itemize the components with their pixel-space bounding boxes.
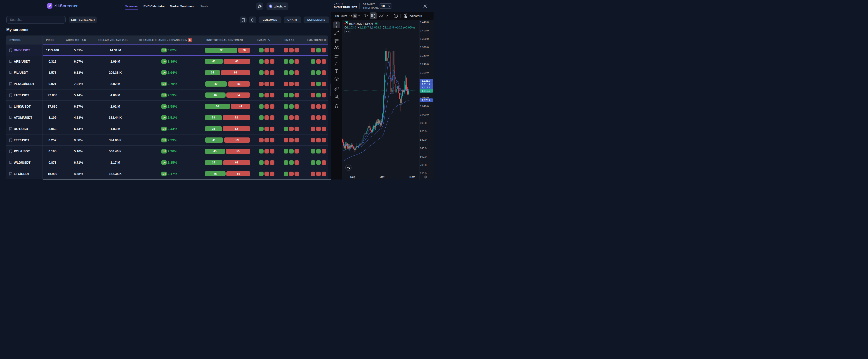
svg-text:840.0: 840.0 — [420, 147, 427, 150]
svg-text:1,440.0: 1,440.0 — [420, 21, 429, 24]
svg-text:1,121.0: 1,121.0 — [422, 79, 430, 82]
svg-text:1,360.0: 1,360.0 — [420, 37, 429, 40]
svg-text:720.0: 720.0 — [420, 172, 427, 175]
svg-text:920.0: 920.0 — [420, 130, 427, 133]
svg-text:1,320.0: 1,320.0 — [420, 46, 429, 49]
svg-text:800.0: 800.0 — [420, 155, 427, 158]
svg-text:1,040.0: 1,040.0 — [420, 105, 429, 108]
svg-text:Oct: Oct — [380, 175, 385, 179]
svg-text:Nov: Nov — [409, 175, 415, 179]
svg-text:O1,103.0H1,120.7L1,098.6C1,113: O1,103.0H1,120.7L1,098.6C1,113.5+10.5 (+… — [344, 26, 415, 29]
svg-text:30m: 30m — [341, 14, 347, 18]
svg-text:BNBUSDT SPOT: BNBUSDT SPOT — [349, 22, 374, 26]
svg-text:1,200.0: 1,200.0 — [420, 71, 429, 74]
svg-text:1,070.2: 1,070.2 — [422, 99, 430, 101]
svg-text:1,116.3: 1,116.3 — [422, 86, 430, 89]
svg-text:880.0: 880.0 — [420, 138, 427, 141]
svg-text:D: D — [354, 14, 356, 18]
svg-text:760.0: 760.0 — [420, 164, 427, 167]
svg-text:1,118.4: 1,118.4 — [422, 83, 430, 86]
svg-text:1,280.0: 1,280.0 — [420, 54, 429, 57]
svg-text:1,000.0: 1,000.0 — [420, 113, 429, 116]
svg-text:960.0: 960.0 — [420, 122, 427, 124]
svg-text:1,113.5: 1,113.5 — [422, 90, 430, 92]
svg-text:Sep: Sep — [350, 175, 355, 179]
svg-text:1m: 1m — [335, 14, 339, 18]
svg-text:Indicators: Indicators — [409, 14, 422, 18]
svg-text:4: 4 — [348, 30, 350, 33]
svg-text:1h: 1h — [349, 14, 352, 18]
svg-text:1,400.0: 1,400.0 — [420, 29, 429, 32]
svg-text:1,240.0: 1,240.0 — [420, 63, 429, 65]
